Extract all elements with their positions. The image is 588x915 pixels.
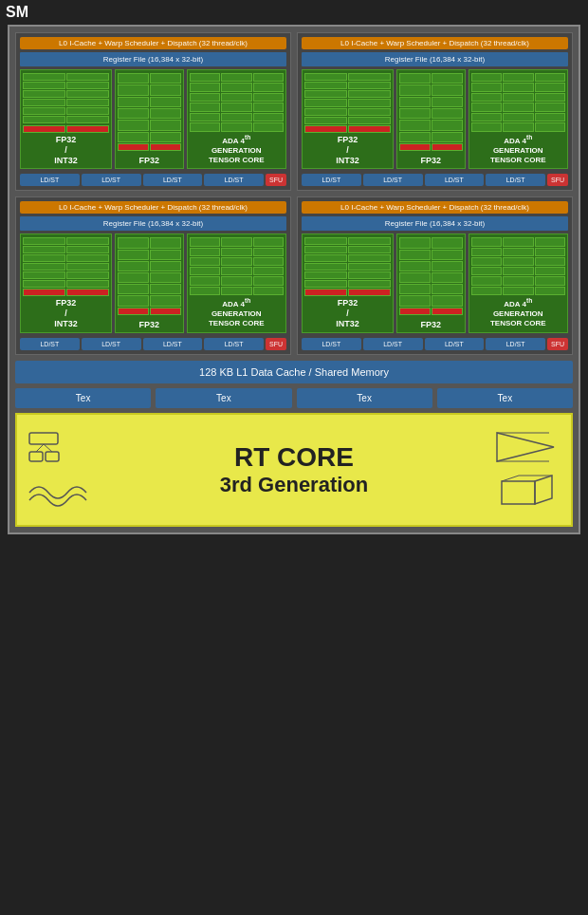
l0-header-tl: L0 I-Cache + Warp Scheduler + Dispatch (… <box>20 37 286 49</box>
ldst2-tr: LD/ST <box>363 174 423 186</box>
ldst4-tl: LD/ST <box>204 174 264 186</box>
rt-icon-squiggle-left <box>25 474 101 512</box>
svg-line-4 <box>44 444 52 452</box>
fp32-only-tr: FP32 <box>396 69 465 169</box>
tensor-bl: ADA 4thGENERATIONTENSOR CORE <box>187 233 286 332</box>
l1-cache-bar: 128 KB L1 Data Cache / Shared Memory <box>15 361 573 383</box>
reg-file-bl: Register File (16,384 x 32-bit) <box>20 216 286 231</box>
rt-icon-right <box>487 428 563 512</box>
ldst-sfu-row-tl: LD/ST LD/ST LD/ST LD/ST SFU <box>20 174 286 186</box>
rt-icon-box-right <box>487 474 563 512</box>
tensor-br: ADA 4thGENERATIONTENSOR CORE <box>469 233 568 332</box>
rt-icon-left <box>25 428 101 512</box>
ldst4-bl: LD/ST <box>204 338 264 350</box>
sfu-bl: SFU <box>266 338 286 350</box>
fp32-only-br: FP32 <box>396 233 465 332</box>
tex-2: Tex <box>156 388 291 408</box>
sm-label: SM <box>0 0 588 25</box>
ldst1-bl: LD/ST <box>20 338 80 350</box>
tex-row: Tex Tex Tex Tex <box>15 388 573 408</box>
svg-marker-9 <box>535 476 552 504</box>
ldst3-br: LD/ST <box>425 338 485 350</box>
sub-block-br: L0 I-Cache + Warp Scheduler + Dispatch (… <box>297 196 573 354</box>
svg-rect-2 <box>46 452 59 461</box>
sub-block-tr: L0 I-Cache + Warp Scheduler + Dispatch (… <box>297 32 573 191</box>
ldst1-tr: LD/ST <box>302 174 361 186</box>
ldst2-bl: LD/ST <box>82 338 141 350</box>
ldst2-tl: LD/ST <box>82 174 141 186</box>
reg-file-br: Register File (16,384 x 32-bit) <box>302 216 568 231</box>
svg-rect-0 <box>29 433 58 444</box>
fp32-int32-bl: FP32/INT32 <box>20 233 112 332</box>
rt-icon-triangle-right <box>487 428 563 466</box>
cores-area-bl: FP32/INT32 FP32 <box>20 233 286 332</box>
rt-core-label: RT CORE 3rd Generation <box>101 442 487 497</box>
fp32-only-label-tl: FP32 <box>139 156 160 165</box>
cores-area-tr: FP32/INT32 FP32 <box>302 69 568 169</box>
svg-rect-1 <box>29 452 43 461</box>
rt-core-gen: 3rd Generation <box>101 473 487 497</box>
ldst3-bl: LD/ST <box>143 338 203 350</box>
fp32-int32-tl: FP32/INT32 <box>20 69 112 169</box>
rt-core-title: RT CORE <box>101 442 487 473</box>
tensor-tr: ADA 4thGENERATIONTENSOR CORE <box>469 69 568 169</box>
rt-core-section: RT CORE 3rd Generation <box>15 413 573 527</box>
reg-file-tr: Register File (16,384 x 32-bit) <box>302 52 568 66</box>
ldst3-tr: LD/ST <box>425 174 485 186</box>
ldst2-br: LD/ST <box>363 338 423 350</box>
ldst1-tl: LD/ST <box>20 174 80 186</box>
tex-1: Tex <box>15 388 151 408</box>
svg-line-3 <box>36 444 44 452</box>
fp32-int32-br: FP32/INT32 <box>302 233 394 332</box>
tex-4: Tex <box>437 388 573 408</box>
fp32-int32-tr: FP32/INT32 <box>302 69 394 169</box>
fp32-int32-label-tl: FP32/INT32 <box>54 135 78 165</box>
fp32-only-tl: FP32 <box>115 69 183 169</box>
sfu-br: SFU <box>547 338 568 350</box>
outer-container: L0 I-Cache + Warp Scheduler + Dispatch (… <box>8 25 580 534</box>
cores-area-br: FP32/INT32 FP32 <box>302 233 568 332</box>
bottom-section: 128 KB L1 Data Cache / Shared Memory Tex… <box>15 361 573 527</box>
ldst4-tr: LD/ST <box>486 174 545 186</box>
svg-marker-5 <box>497 433 554 461</box>
reg-file-tl: Register File (16,384 x 32-bit) <box>20 52 286 66</box>
tensor-label-tl: ADA 4thGENERATIONTENSOR CORE <box>209 134 265 166</box>
svg-rect-8 <box>502 481 535 504</box>
l0-header-br: L0 I-Cache + Warp Scheduler + Dispatch (… <box>302 201 568 214</box>
rt-icon-tree-left <box>25 428 101 466</box>
tex-3: Tex <box>297 388 432 408</box>
quad-grid: L0 I-Cache + Warp Scheduler + Dispatch (… <box>15 32 573 355</box>
tensor-tl: ADA 4thGENERATIONTENSOR CORE <box>187 69 286 169</box>
fp32-only-bl: FP32 <box>115 233 183 332</box>
l0-header-tr: L0 I-Cache + Warp Scheduler + Dispatch (… <box>302 37 568 49</box>
sub-block-bl: L0 I-Cache + Warp Scheduler + Dispatch (… <box>15 196 291 354</box>
sfu-tr: SFU <box>547 174 568 186</box>
l0-header-bl: L0 I-Cache + Warp Scheduler + Dispatch (… <box>20 201 286 214</box>
sfu-tl: SFU <box>266 174 286 186</box>
cores-area-tl: FP32/INT32 FP32 <box>20 69 286 169</box>
ldst3-tl: LD/ST <box>143 174 203 186</box>
ldst1-br: LD/ST <box>302 338 361 350</box>
ldst4-br: LD/ST <box>486 338 545 350</box>
sub-block-tl: L0 I-Cache + Warp Scheduler + Dispatch (… <box>15 32 291 191</box>
svg-line-10 <box>502 476 519 481</box>
